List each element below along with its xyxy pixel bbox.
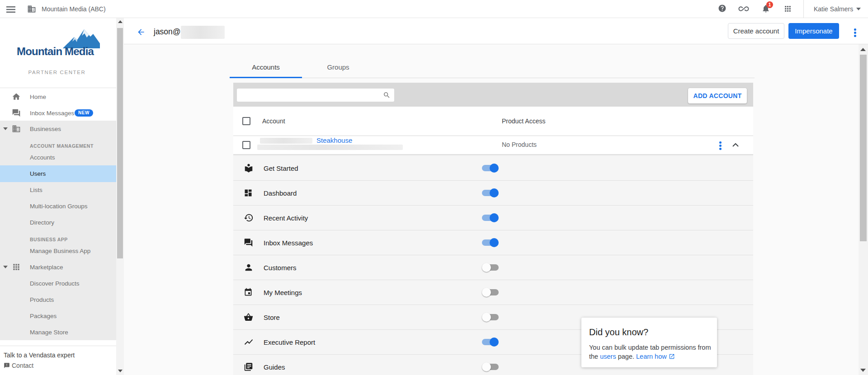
svg-text:Mountain Media: Mountain Media: [17, 45, 94, 57]
